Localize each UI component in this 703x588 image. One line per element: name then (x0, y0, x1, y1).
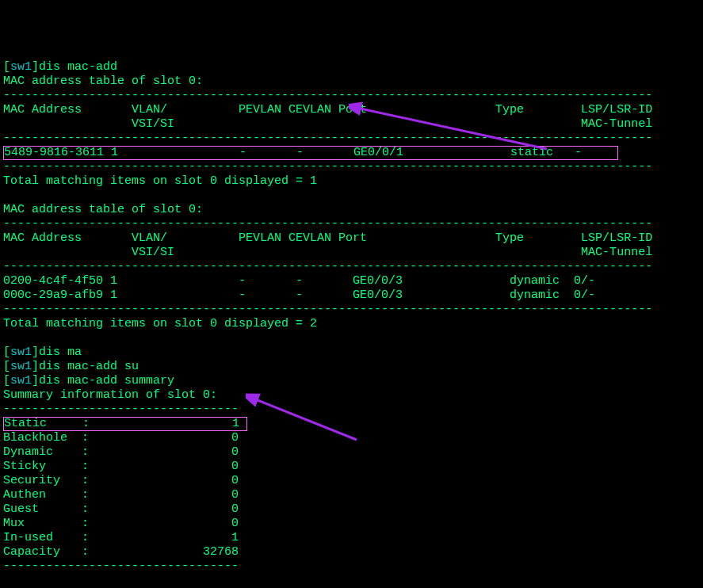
table-row: 0200-4c4f-4f50 1 - - GE0/0/3 dynamic 0/- (3, 274, 700, 288)
prompt-bracket-close: ] (32, 346, 39, 359)
summary-row: In-used : 1 (3, 531, 700, 545)
divider: --------------------------------- (3, 403, 700, 417)
total-line: Total matching items on slot 0 displayed… (3, 317, 700, 331)
prompt-bracket-close: ] (32, 360, 39, 373)
command-text: dis mac-add (39, 60, 117, 74)
summary-row: Blackhole : 0 (3, 431, 700, 445)
divider: ----------------------------------------… (3, 89, 700, 103)
prompt-bracket-open: [ (3, 346, 10, 359)
summary-row: Security : 0 (3, 474, 700, 488)
summary-row: Authen : 0 (3, 488, 700, 502)
total-line: Total matching items on slot 0 displayed… (3, 174, 700, 189)
prompt-hostname: sw1 (10, 60, 32, 74)
prompt-bracket-close: ] (32, 374, 39, 388)
prompt-bracket-open: [ (3, 60, 10, 74)
table-header-row: MAC Address VLAN/ PEVLAN CEVLAN Port Typ… (3, 103, 700, 117)
command-line: [sw1]dis ma (3, 346, 700, 360)
divider: --------------------------------- (3, 559, 700, 574)
divider: ----------------------------------------… (3, 160, 700, 174)
output-heading: MAC address table of slot 0: (3, 74, 700, 89)
prompt-bracket-open: [ (3, 360, 10, 373)
output-heading: Summary information of slot 0: (3, 388, 700, 403)
prompt-hostname: sw1 (10, 360, 32, 373)
output-heading: MAC address table of slot 0: (3, 203, 700, 217)
divider: ----------------------------------------… (3, 303, 700, 317)
command-line: [sw1]dis mac-add (3, 60, 700, 74)
table-row-highlighted: 5489-9816-3611 1 - - GE0/0/1 static - (3, 146, 700, 160)
blank-line (3, 574, 700, 588)
table-header-row: VSI/SI MAC-Tunnel (3, 246, 700, 260)
command-line: [sw1]dis mac-add summary (3, 374, 700, 388)
table-row: 000c-29a9-afb9 1 - - GE0/0/3 dynamic 0/- (3, 288, 700, 303)
summary-row: Mux : 0 (3, 517, 700, 531)
blank-line (3, 189, 700, 203)
command-line: [sw1]dis mac-add su (3, 360, 700, 374)
command-text: dis mac-add summary (39, 374, 174, 388)
summary-row: Guest : 0 (3, 502, 700, 517)
table-header-row: VSI/SI MAC-Tunnel (3, 117, 700, 132)
command-text: dis mac-add su (39, 360, 139, 373)
summary-row: Capacity : 32768 (3, 545, 700, 559)
command-text: dis ma (39, 346, 82, 359)
prompt-bracket-close: ] (32, 60, 39, 74)
summary-row: Sticky : 0 (3, 460, 700, 474)
prompt-hostname: sw1 (10, 374, 32, 388)
prompt-bracket-open: [ (3, 374, 10, 388)
terminal-output[interactable]: [sw1]dis mac-addMAC address table of slo… (3, 60, 700, 588)
table-header-row: MAC Address VLAN/ PEVLAN CEVLAN Port Typ… (3, 231, 700, 246)
blank-line (3, 331, 700, 346)
prompt-hostname: sw1 (10, 346, 32, 359)
divider: ----------------------------------------… (3, 217, 700, 231)
summary-row: Dynamic : 0 (3, 445, 700, 460)
summary-row-highlighted: Static : 1 (3, 417, 700, 431)
divider: ----------------------------------------… (3, 132, 700, 146)
divider: ----------------------------------------… (3, 260, 700, 274)
